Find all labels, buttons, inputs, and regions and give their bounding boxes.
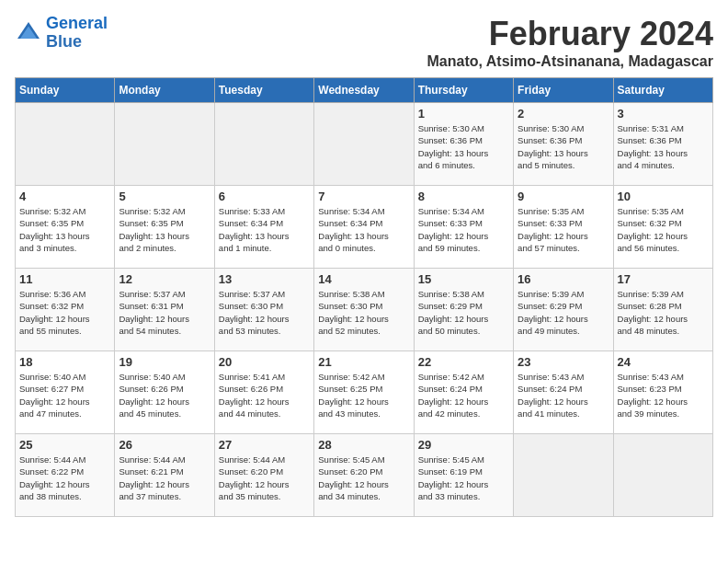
cell-w4-d2: 27Sunrise: 5:44 AM Sunset: 6:20 PM Dayli… (214, 434, 313, 517)
day-number-w2-d3: 14 (318, 272, 409, 286)
cell-w4-d0: 25Sunrise: 5:44 AM Sunset: 6:22 PM Dayli… (16, 434, 115, 517)
day-number-w2-d5: 16 (518, 272, 609, 286)
week-row-3: 18Sunrise: 5:40 AM Sunset: 6:27 PM Dayli… (16, 351, 713, 434)
logo-line1: General (46, 14, 108, 32)
month-title: February 2024 (427, 15, 713, 53)
day-detail-w1-d6: Sunrise: 5:35 AM Sunset: 6:32 PM Dayligh… (618, 205, 709, 254)
cell-w0-d4: 1Sunrise: 5:30 AM Sunset: 6:36 PM Daylig… (414, 103, 513, 186)
day-number-w1-d3: 7 (318, 190, 409, 203)
cell-w2-d1: 12Sunrise: 5:37 AM Sunset: 6:31 PM Dayli… (115, 269, 214, 351)
day-detail-w1-d5: Sunrise: 5:35 AM Sunset: 6:33 PM Dayligh… (518, 205, 609, 254)
cell-w4-d3: 28Sunrise: 5:45 AM Sunset: 6:20 PM Dayli… (314, 434, 414, 517)
day-detail-w2-d6: Sunrise: 5:39 AM Sunset: 6:28 PM Dayligh… (618, 288, 709, 337)
day-detail-w3-d6: Sunrise: 5:43 AM Sunset: 6:23 PM Dayligh… (618, 371, 709, 419)
day-number-w3-d0: 18 (19, 355, 110, 369)
col-tuesday: Tuesday (214, 78, 313, 103)
day-detail-w1-d1: Sunrise: 5:32 AM Sunset: 6:35 PM Dayligh… (119, 205, 210, 254)
day-detail-w3-d2: Sunrise: 5:41 AM Sunset: 6:26 PM Dayligh… (219, 371, 310, 419)
day-number-w1-d1: 5 (119, 190, 210, 203)
day-detail-w3-d0: Sunrise: 5:40 AM Sunset: 6:27 PM Dayligh… (19, 371, 110, 419)
cell-w3-d2: 20Sunrise: 5:41 AM Sunset: 6:26 PM Dayli… (214, 351, 313, 434)
calendar-body: 1Sunrise: 5:30 AM Sunset: 6:36 PM Daylig… (16, 103, 713, 517)
day-number-w0-d6: 3 (618, 107, 709, 121)
cell-w0-d3 (314, 103, 414, 186)
day-detail-w4-d3: Sunrise: 5:45 AM Sunset: 6:20 PM Dayligh… (318, 454, 409, 502)
day-number-w2-d1: 12 (119, 272, 210, 286)
day-number-w1-d4: 8 (418, 190, 509, 203)
cell-w1-d1: 5Sunrise: 5:32 AM Sunset: 6:35 PM Daylig… (115, 186, 214, 269)
day-detail-w0-d6: Sunrise: 5:31 AM Sunset: 6:36 PM Dayligh… (618, 122, 709, 171)
col-friday: Friday (514, 78, 613, 103)
cell-w0-d0 (16, 103, 115, 186)
day-detail-w1-d0: Sunrise: 5:32 AM Sunset: 6:35 PM Dayligh… (19, 205, 110, 254)
cell-w2-d4: 15Sunrise: 5:38 AM Sunset: 6:29 PM Dayli… (414, 269, 513, 351)
cell-w1-d2: 6Sunrise: 5:33 AM Sunset: 6:34 PM Daylig… (214, 186, 313, 269)
day-number-w0-d4: 1 (418, 107, 509, 121)
day-number-w2-d4: 15 (418, 272, 509, 286)
day-detail-w1-d4: Sunrise: 5:34 AM Sunset: 6:33 PM Dayligh… (418, 205, 509, 254)
day-number-w1-d0: 4 (19, 190, 110, 203)
calendar-table: Sunday Monday Tuesday Wednesday Thursday… (15, 77, 713, 517)
day-number-w3-d4: 22 (418, 355, 509, 369)
day-number-w2-d0: 11 (19, 272, 110, 286)
day-number-w2-d2: 13 (219, 272, 310, 286)
cell-w1-d6: 10Sunrise: 5:35 AM Sunset: 6:32 PM Dayli… (613, 186, 712, 269)
day-number-w3-d6: 24 (618, 355, 709, 369)
cell-w2-d6: 17Sunrise: 5:39 AM Sunset: 6:28 PM Dayli… (613, 269, 712, 351)
cell-w3-d6: 24Sunrise: 5:43 AM Sunset: 6:23 PM Dayli… (613, 351, 712, 434)
cell-w3-d3: 21Sunrise: 5:42 AM Sunset: 6:25 PM Dayli… (314, 351, 414, 434)
title-area: February 2024 Manato, Atsimo-Atsinanana,… (427, 15, 713, 70)
week-row-1: 4Sunrise: 5:32 AM Sunset: 6:35 PM Daylig… (16, 186, 713, 269)
day-detail-w1-d2: Sunrise: 5:33 AM Sunset: 6:34 PM Dayligh… (219, 205, 310, 254)
day-number-w2-d6: 17 (618, 272, 709, 286)
day-number-w4-d3: 28 (318, 438, 409, 452)
cell-w3-d4: 22Sunrise: 5:42 AM Sunset: 6:24 PM Dayli… (414, 351, 513, 434)
day-detail-w4-d2: Sunrise: 5:44 AM Sunset: 6:20 PM Dayligh… (219, 454, 310, 502)
logo-line2: Blue (46, 32, 82, 51)
cell-w0-d2 (214, 103, 313, 186)
cell-w3-d1: 19Sunrise: 5:40 AM Sunset: 6:26 PM Dayli… (115, 351, 214, 434)
cell-w1-d4: 8Sunrise: 5:34 AM Sunset: 6:33 PM Daylig… (414, 186, 513, 269)
cell-w4-d6 (613, 434, 712, 517)
day-number-w3-d3: 21 (318, 355, 409, 369)
col-saturday: Saturday (613, 78, 712, 103)
cell-w2-d3: 14Sunrise: 5:38 AM Sunset: 6:30 PM Dayli… (314, 269, 414, 351)
col-wednesday: Wednesday (314, 78, 414, 103)
cell-w3-d0: 18Sunrise: 5:40 AM Sunset: 6:27 PM Dayli… (16, 351, 115, 434)
day-detail-w2-d2: Sunrise: 5:37 AM Sunset: 6:30 PM Dayligh… (219, 288, 310, 337)
day-number-w1-d6: 10 (618, 190, 709, 203)
cell-w4-d4: 29Sunrise: 5:45 AM Sunset: 6:19 PM Dayli… (414, 434, 513, 517)
day-detail-w4-d0: Sunrise: 5:44 AM Sunset: 6:22 PM Dayligh… (19, 454, 110, 502)
cell-w0-d6: 3Sunrise: 5:31 AM Sunset: 6:36 PM Daylig… (613, 103, 712, 186)
day-number-w4-d2: 27 (219, 438, 310, 452)
logo-text: General Blue (46, 15, 108, 52)
week-row-0: 1Sunrise: 5:30 AM Sunset: 6:36 PM Daylig… (16, 103, 713, 186)
day-number-w4-d4: 29 (418, 438, 509, 452)
logo: General Blue (15, 15, 108, 52)
day-detail-w2-d5: Sunrise: 5:39 AM Sunset: 6:29 PM Dayligh… (518, 288, 609, 337)
day-number-w3-d1: 19 (119, 355, 210, 369)
logo-icon (15, 19, 42, 47)
col-monday: Monday (115, 78, 214, 103)
week-row-4: 25Sunrise: 5:44 AM Sunset: 6:22 PM Dayli… (16, 434, 713, 517)
header-row: Sunday Monday Tuesday Wednesday Thursday… (16, 78, 713, 103)
header: General Blue February 2024 Manato, Atsim… (15, 15, 713, 70)
calendar-header: Sunday Monday Tuesday Wednesday Thursday… (16, 78, 713, 103)
day-detail-w3-d4: Sunrise: 5:42 AM Sunset: 6:24 PM Dayligh… (418, 371, 509, 419)
day-detail-w3-d5: Sunrise: 5:43 AM Sunset: 6:24 PM Dayligh… (518, 371, 609, 419)
cell-w2-d5: 16Sunrise: 5:39 AM Sunset: 6:29 PM Dayli… (514, 269, 613, 351)
col-sunday: Sunday (16, 78, 115, 103)
cell-w2-d2: 13Sunrise: 5:37 AM Sunset: 6:30 PM Dayli… (214, 269, 313, 351)
day-number-w1-d5: 9 (518, 190, 609, 203)
day-detail-w0-d5: Sunrise: 5:30 AM Sunset: 6:36 PM Dayligh… (518, 122, 609, 171)
day-number-w1-d2: 6 (219, 190, 310, 203)
cell-w4-d5 (514, 434, 613, 517)
cell-w4-d1: 26Sunrise: 5:44 AM Sunset: 6:21 PM Dayli… (115, 434, 214, 517)
cell-w3-d5: 23Sunrise: 5:43 AM Sunset: 6:24 PM Dayli… (514, 351, 613, 434)
day-detail-w3-d1: Sunrise: 5:40 AM Sunset: 6:26 PM Dayligh… (119, 371, 210, 419)
day-detail-w2-d3: Sunrise: 5:38 AM Sunset: 6:30 PM Dayligh… (318, 288, 409, 337)
day-detail-w2-d0: Sunrise: 5:36 AM Sunset: 6:32 PM Dayligh… (19, 288, 110, 337)
day-number-w3-d5: 23 (518, 355, 609, 369)
cell-w1-d0: 4Sunrise: 5:32 AM Sunset: 6:35 PM Daylig… (16, 186, 115, 269)
cell-w0-d1 (115, 103, 214, 186)
